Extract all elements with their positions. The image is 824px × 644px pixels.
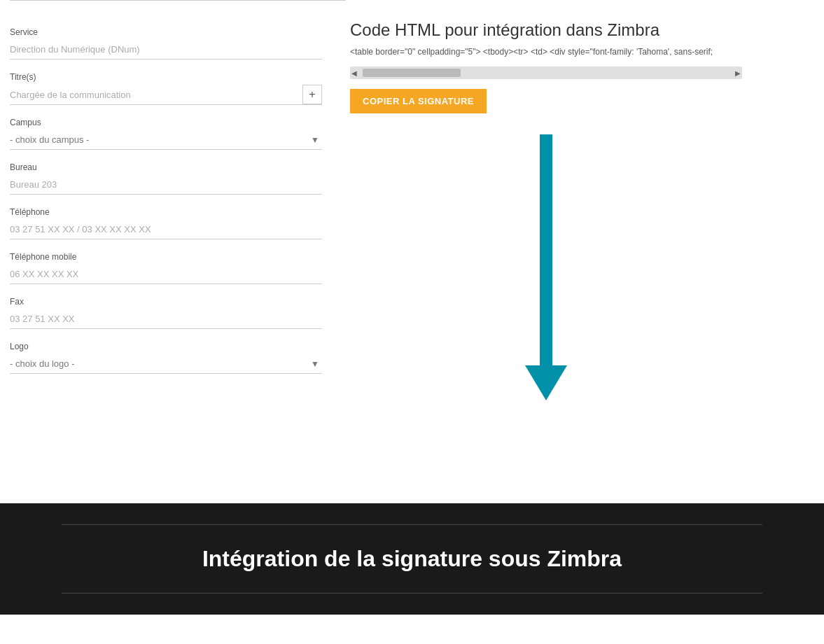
scroll-left-arrow[interactable]: ◀: [351, 69, 357, 77]
html-code-preview: <table border="0" cellpadding="5"> <tbod…: [350, 47, 742, 57]
telephone-label: Téléphone: [10, 207, 322, 217]
footer-bottom-divider: [62, 593, 762, 594]
arrow-shaft: [540, 134, 552, 365]
arrow-head: [525, 365, 567, 400]
top-divider: [10, 0, 346, 1]
fax-label: Fax: [10, 297, 322, 307]
telephone-field-group: Téléphone: [10, 207, 322, 239]
telephone-input[interactable]: [10, 220, 322, 239]
titres-row: +: [10, 85, 322, 105]
footer: Intégration de la signature sous Zimbra: [0, 503, 824, 615]
fax-field-group: Fax: [10, 297, 322, 329]
right-title: Code HTML pour intégration dans Zimbra: [350, 20, 803, 40]
main-layout: Service Titre(s) + Campus - choix du cam…: [0, 13, 824, 503]
scrollbar[interactable]: ◀ ▶: [350, 66, 742, 79]
campus-field-group: Campus - choix du campus - ▼: [10, 118, 322, 150]
bureau-input[interactable]: [10, 175, 322, 195]
telephone-mobile-field-group: Téléphone mobile: [10, 252, 322, 284]
service-label: Service: [10, 27, 322, 37]
add-titre-button[interactable]: +: [302, 85, 322, 104]
service-field-group: Service: [10, 27, 322, 59]
arrow-container: [350, 134, 742, 400]
titres-input[interactable]: [10, 85, 302, 104]
footer-title: Intégration de la signature sous Zimbra: [202, 546, 622, 572]
telephone-mobile-label: Téléphone mobile: [10, 252, 322, 262]
titres-field-group: Titre(s) +: [10, 72, 322, 105]
down-arrow-visual: [525, 134, 567, 400]
scroll-right-arrow[interactable]: ▶: [735, 69, 741, 77]
logo-select[interactable]: - choix du logo -: [10, 354, 322, 373]
left-panel: Service Titre(s) + Campus - choix du cam…: [0, 13, 336, 503]
service-input[interactable]: [10, 40, 322, 59]
titres-label: Titre(s): [10, 72, 322, 82]
bureau-label: Bureau: [10, 162, 322, 172]
footer-top-divider: [62, 524, 762, 525]
fax-input[interactable]: [10, 309, 322, 329]
right-panel: Code HTML pour intégration dans Zimbra <…: [336, 13, 824, 503]
logo-label: Logo: [10, 342, 322, 351]
telephone-mobile-input[interactable]: [10, 265, 322, 284]
bureau-field-group: Bureau: [10, 162, 322, 195]
campus-label: Campus: [10, 118, 322, 127]
campus-select[interactable]: - choix du campus -: [10, 130, 322, 149]
logo-field-group: Logo - choix du logo - ▼: [10, 342, 322, 374]
logo-select-wrapper: - choix du logo - ▼: [10, 354, 322, 374]
copy-signature-button[interactable]: COPIER LA SIGNATURE: [350, 89, 487, 113]
scrollbar-thumb[interactable]: [363, 69, 461, 77]
campus-select-wrapper: - choix du campus - ▼: [10, 130, 322, 150]
